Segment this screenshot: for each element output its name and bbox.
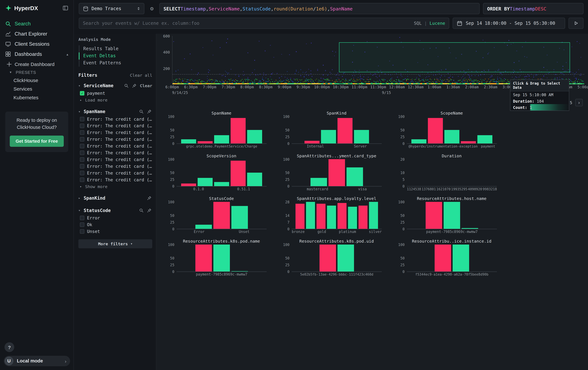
chart-plot[interactable] <box>407 160 497 187</box>
pin-icon[interactable] <box>146 208 152 213</box>
chart-plot[interactable] <box>177 245 267 272</box>
bar <box>214 135 229 143</box>
source-settings-button[interactable]: ⚙ <box>148 3 156 14</box>
filter-option-error-the-credit-card[interactable]: Error: The credit card (… <box>78 129 152 136</box>
pin-icon[interactable] <box>146 196 152 200</box>
filter-option-payment[interactable]: ✓payment <box>78 90 152 97</box>
chart-plot[interactable] <box>292 117 382 144</box>
chart-plot[interactable] <box>177 117 267 144</box>
filter-search-icon[interactable] <box>138 208 144 213</box>
checkbox[interactable] <box>80 178 84 182</box>
heatmap-cell <box>560 72 561 73</box>
more-filters-button[interactable]: More filters ▾ <box>78 239 152 248</box>
checkbox[interactable] <box>80 117 84 121</box>
filter-load-more-button[interactable]: ▸Load more <box>78 97 152 103</box>
sidebar-subitem-presets[interactable]: ▾PRESETS <box>0 69 74 76</box>
x-tick-label: gold <box>317 230 326 234</box>
chart-plot[interactable] <box>292 160 382 187</box>
checkbox[interactable] <box>80 164 84 169</box>
chart-plot[interactable] <box>177 202 267 229</box>
checkbox[interactable] <box>80 130 84 135</box>
heatmap-cell <box>441 80 442 81</box>
filter-show-more-button[interactable]: ▸Show more <box>78 183 152 190</box>
heatmap-cell <box>337 73 338 73</box>
filter-clear-button[interactable]: Clear <box>140 83 152 88</box>
chart-title: StatusCode <box>164 196 279 201</box>
checkbox[interactable] <box>80 124 84 128</box>
chevron-down-icon[interactable]: ▾ <box>78 110 82 113</box>
heatmap-cell <box>568 78 569 79</box>
next-page-button[interactable]: › <box>575 99 583 107</box>
sidebar-subitem-kubernetes[interactable]: Kubernetes <box>0 93 74 102</box>
filter-option-error-the-credit-card[interactable]: Error: The credit card (… <box>78 156 152 163</box>
search-input[interactable] <box>83 20 410 26</box>
sidebar-item-client-sessions[interactable]: Client Sessions <box>0 39 74 49</box>
filter-option-error-the-credit-card[interactable]: Error: The credit card (… <box>78 116 152 122</box>
chart-plot[interactable] <box>407 202 497 229</box>
heatmap-cell <box>478 75 479 76</box>
heatmap-cell <box>440 77 441 78</box>
filter-option-error[interactable]: Error <box>78 215 152 221</box>
heatmap-cell <box>286 82 287 83</box>
pin-icon[interactable] <box>146 110 152 114</box>
chart-plot[interactable] <box>292 245 382 272</box>
selection-rect[interactable] <box>339 42 570 72</box>
analysis-mode-event-deltas[interactable]: Event Deltas <box>79 52 152 60</box>
chart-plot[interactable] <box>177 160 267 187</box>
filter-option-error-the-credit-card[interactable]: Error: The credit card (… <box>78 163 152 170</box>
checkbox[interactable] <box>80 229 84 234</box>
local-mode-button[interactable]: U Local mode › <box>4 356 70 366</box>
order-by-input[interactable]: ORDER BY Timestamp DESC <box>483 3 584 14</box>
filter-option-error-the-credit-card[interactable]: Error: The credit card (… <box>78 122 152 129</box>
filter-search-icon[interactable] <box>138 110 144 114</box>
checkbox[interactable] <box>80 137 84 141</box>
checkbox[interactable] <box>80 150 84 155</box>
checkbox[interactable]: ✓ <box>80 91 84 96</box>
chart-plot[interactable] <box>407 117 497 144</box>
checkbox[interactable] <box>80 222 84 227</box>
lang-sql-toggle[interactable]: SQL <box>414 20 422 26</box>
heatmap-cell <box>233 80 234 81</box>
filter-search-icon[interactable] <box>123 83 129 88</box>
sidebar-item-chart-explorer[interactable]: Chart Explorer <box>0 29 74 39</box>
checkbox[interactable] <box>80 216 84 220</box>
heatmap-cell <box>404 79 405 80</box>
date-range-picker[interactable]: Sep 14 18:00:00 - Sep 15 05:30:00 <box>452 18 565 29</box>
checkbox[interactable] <box>80 157 84 162</box>
chevron-down-icon[interactable]: ▾ <box>78 84 82 88</box>
sql-select-input[interactable]: SELECT Timestamp, ServiceName, StatusCod… <box>159 3 480 14</box>
analysis-mode-event-patterns[interactable]: Event Patterns <box>79 60 152 67</box>
sidebar-item-search[interactable]: Search <box>0 19 74 29</box>
collapse-sidebar-icon[interactable] <box>63 5 68 11</box>
sidebar-subitem-create-dashboard[interactable]: Create Dashboard <box>0 60 74 69</box>
checkbox[interactable] <box>80 171 84 175</box>
filter-option-label: Error <box>87 215 100 221</box>
heatmap-cell <box>501 72 501 73</box>
lang-lucene-toggle[interactable]: Lucene <box>430 20 445 26</box>
filter-option-error-the-credit-card[interactable]: Error: The credit card (… <box>78 143 152 150</box>
sidebar-subitem-clickhouse[interactable]: ClickHouse <box>0 76 74 85</box>
run-query-button[interactable] <box>568 18 584 29</box>
filter-option-ok[interactable]: Ok <box>78 221 152 228</box>
pin-icon[interactable] <box>131 83 137 88</box>
chart-plot[interactable] <box>407 245 497 272</box>
get-started-button[interactable]: Get Started for Free <box>10 135 64 147</box>
help-button[interactable]: ? <box>4 342 14 352</box>
heatmap-plot[interactable] <box>172 36 584 85</box>
filter-option-error-the-credit-card[interactable]: Error: The credit card (… <box>78 150 152 156</box>
filter-option-error-the-credit-card[interactable]: Error: The credit card (… <box>78 176 152 183</box>
filter-option-error-the-credit-card[interactable]: Error: The credit card (… <box>78 136 152 143</box>
filter-option-error-the-credit-card[interactable]: Error: The credit card (… <box>78 170 152 177</box>
filter-option-unset[interactable]: Unset <box>78 228 152 235</box>
checkbox[interactable] <box>80 144 84 148</box>
chevron-down-icon[interactable]: ▾ <box>78 209 82 212</box>
clear-all-button[interactable]: Clear all <box>130 73 152 78</box>
chart-plot[interactable] <box>292 202 382 229</box>
analysis-mode-results-table[interactable]: Results Table <box>79 45 152 52</box>
chevron-right-icon[interactable]: ▸ <box>78 196 82 200</box>
heatmap-cell <box>498 80 499 81</box>
heatmap-cell <box>342 82 343 83</box>
source-select[interactable]: Demo Traces <box>79 3 144 14</box>
sidebar-subitem-services[interactable]: Services <box>0 85 74 93</box>
sidebar-item-dashboards[interactable]: Dashboards▴ <box>0 49 74 59</box>
